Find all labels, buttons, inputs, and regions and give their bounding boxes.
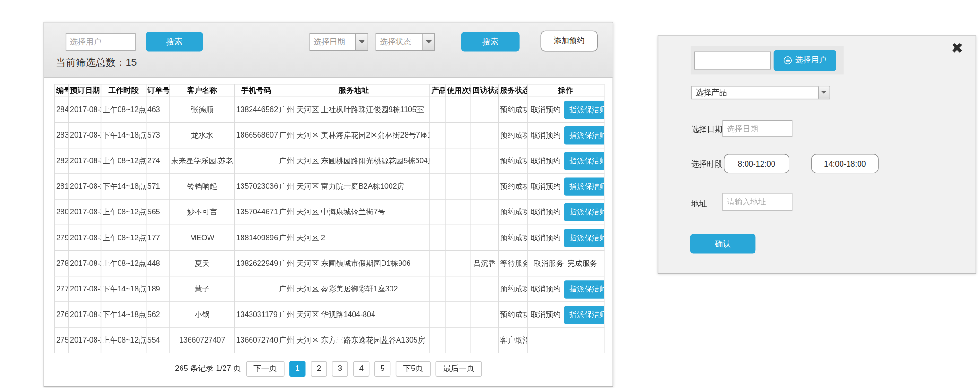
table-row: 2842017-08-22上午08~12点463张德顺13824465620广州… bbox=[55, 97, 604, 122]
status-filter-select[interactable]: 选择状态 bbox=[376, 33, 435, 51]
cell-usage bbox=[445, 199, 471, 225]
cell-customer: 龙水水 bbox=[170, 122, 234, 148]
time-slot-afternoon-button[interactable]: 14:00-18:00 bbox=[811, 154, 879, 173]
page-button-2[interactable]: 2 bbox=[311, 361, 327, 376]
action-link[interactable]: 取消预约 bbox=[530, 284, 560, 293]
cell-customer: 13660727407 bbox=[170, 327, 234, 353]
select-user-button[interactable]: 选择用户 bbox=[774, 50, 836, 71]
confirm-button[interactable]: 确认 bbox=[690, 234, 756, 253]
cell-address: 广州 天河区 东方三路东逸花园蓝谷A1305房 bbox=[278, 327, 430, 353]
cell-order: 565 bbox=[146, 199, 170, 225]
cell-customer: 夏天 bbox=[170, 250, 234, 276]
action-link[interactable]: 取消预约 bbox=[530, 207, 560, 216]
assign-cleaner-button[interactable]: 指派保洁师 bbox=[564, 306, 604, 324]
cell-status: 等待服务 bbox=[498, 250, 527, 276]
cell-address: 广州 天河区 东圃镇城市假期园D1栋906 bbox=[278, 250, 430, 276]
action-link[interactable]: 取消预约 bbox=[530, 131, 560, 140]
column-header: 订单号 bbox=[146, 84, 170, 97]
bookings-table: 编号预订日期工作时段订单号客户名称手机号码服务地址产品使用次数回访状态服务状态操… bbox=[54, 84, 604, 353]
assign-cleaner-button[interactable]: 指派保洁师 bbox=[564, 203, 604, 221]
cell-date: 2017-08-22 bbox=[69, 276, 101, 302]
cell-slot: 下午14~18点 bbox=[101, 174, 146, 199]
cell-slot: 下午14~18点 bbox=[101, 276, 146, 302]
pagination: 265 条记录 1/27 页 下一页 12345 下5页 最后一页 bbox=[44, 361, 613, 377]
cell-slot: 上午08~12点 bbox=[101, 250, 146, 276]
cell-usage bbox=[445, 276, 471, 302]
table-row: 2792017-08-26上午08~12点177MEOW18814098968广… bbox=[55, 225, 604, 250]
cell-phone: 18814098968 bbox=[234, 225, 278, 250]
assign-cleaner-button[interactable]: 指派保洁师 bbox=[564, 177, 604, 195]
action-link[interactable]: 取消预约 bbox=[530, 156, 560, 165]
chevron-down-icon bbox=[355, 34, 367, 50]
cell-order: 274 bbox=[146, 148, 170, 174]
cell-customer: 未来星学乐园.苏老师 bbox=[170, 148, 234, 174]
cell-product bbox=[430, 327, 445, 353]
cell-product bbox=[430, 174, 445, 199]
time-slot-morning-button[interactable]: 8:00-12:00 bbox=[724, 154, 789, 173]
action-link[interactable]: 取消服务 bbox=[534, 259, 564, 268]
date-filter-select[interactable]: 选择日期 bbox=[309, 33, 368, 51]
cell-customer: 铃铛响起 bbox=[170, 174, 234, 199]
cell-actions: 取消预约指派保洁师 bbox=[527, 276, 604, 302]
table-row: 2832017-08-25下午14~18点573龙水水18665686070广州… bbox=[55, 122, 604, 148]
time-slot-label: 选择时段 bbox=[691, 159, 722, 169]
page-button-4[interactable]: 4 bbox=[353, 361, 369, 376]
cell-slot: 上午08~12点 bbox=[101, 97, 146, 122]
table-row: 2822017-08-30上午08~12点274未来星学乐园.苏老师广州 天河区… bbox=[55, 148, 604, 174]
selected-user-input[interactable] bbox=[694, 51, 771, 69]
cell-id: 275 bbox=[55, 327, 69, 353]
cell-visit bbox=[471, 225, 498, 250]
cell-id: 280 bbox=[55, 199, 69, 225]
status-filter-value: 选择状态 bbox=[380, 34, 411, 50]
assign-cleaner-button[interactable]: 指派保洁师 bbox=[564, 100, 604, 118]
address-input[interactable] bbox=[722, 193, 792, 211]
next-page-button[interactable]: 下一页 bbox=[246, 361, 284, 376]
user-filter-input[interactable] bbox=[66, 33, 136, 51]
action-link[interactable]: 取消预约 bbox=[530, 105, 560, 114]
cell-date: 2017-08-21 bbox=[69, 327, 101, 353]
column-header: 手机号码 bbox=[234, 84, 278, 97]
action-link[interactable]: 取消预约 bbox=[530, 233, 560, 242]
add-booking-button[interactable]: 添加预约 bbox=[541, 31, 598, 52]
last-page-button[interactable]: 最后一页 bbox=[436, 361, 482, 376]
table-row: 2782017-08-21上午08~12点448夏天13826229499广州 … bbox=[55, 250, 604, 276]
close-icon[interactable]: ✖ bbox=[951, 41, 963, 55]
address-field-label: 地址 bbox=[691, 199, 707, 209]
product-select[interactable]: 选择产品 bbox=[691, 86, 830, 99]
action-link[interactable]: 取消预约 bbox=[530, 310, 560, 319]
search-filter-button[interactable]: 搜索 bbox=[461, 32, 520, 51]
action-link[interactable]: 完成服务 bbox=[567, 259, 597, 268]
table-row: 2752017-08-21上午08~12点5541366072740713660… bbox=[55, 327, 604, 353]
cell-actions bbox=[527, 327, 604, 353]
cell-id: 276 bbox=[55, 302, 69, 327]
next-5-pages-button[interactable]: 下5页 bbox=[396, 361, 431, 376]
cell-id: 277 bbox=[55, 276, 69, 302]
page-button-3[interactable]: 3 bbox=[332, 361, 348, 376]
column-header: 编号 bbox=[55, 84, 69, 97]
product-select-value: 选择产品 bbox=[695, 86, 727, 98]
cell-date: 2017-08-27 bbox=[69, 174, 101, 199]
column-header: 产品 bbox=[430, 84, 445, 97]
action-link[interactable]: 取消预约 bbox=[530, 182, 560, 191]
cell-visit bbox=[471, 97, 498, 122]
cell-product bbox=[430, 199, 445, 225]
column-header: 预订日期 bbox=[69, 84, 101, 97]
cell-actions: 取消预约指派保洁师 bbox=[527, 174, 604, 199]
assign-cleaner-button[interactable]: 指派保洁师 bbox=[564, 229, 604, 247]
assign-cleaner-button[interactable]: 指派保洁师 bbox=[564, 126, 604, 144]
cell-visit bbox=[471, 199, 498, 225]
page-button-1[interactable]: 1 bbox=[289, 361, 305, 376]
date-field-label: 选择日期 bbox=[691, 124, 722, 135]
assign-cleaner-button[interactable]: 指派保洁师 bbox=[564, 280, 604, 298]
assign-cleaner-button[interactable]: 指派保洁师 bbox=[564, 152, 604, 170]
cell-address: 广州 天河区 盈彩美居御彩轩1座302 bbox=[278, 276, 430, 302]
cell-actions: 取消预约指派保洁师 bbox=[527, 302, 604, 327]
table-header-row: 编号预订日期工作时段订单号客户名称手机号码服务地址产品使用次数回访状态服务状态操… bbox=[55, 84, 604, 97]
column-header: 操作 bbox=[527, 84, 604, 97]
page-button-5[interactable]: 5 bbox=[374, 361, 390, 376]
cell-status: 预约成功 bbox=[498, 276, 527, 302]
booking-date-input[interactable] bbox=[722, 120, 792, 137]
search-user-button[interactable]: 搜索 bbox=[146, 32, 203, 51]
cell-actions: 取消服务完成服务 bbox=[527, 250, 604, 276]
cell-date: 2017-08-25 bbox=[69, 199, 101, 225]
